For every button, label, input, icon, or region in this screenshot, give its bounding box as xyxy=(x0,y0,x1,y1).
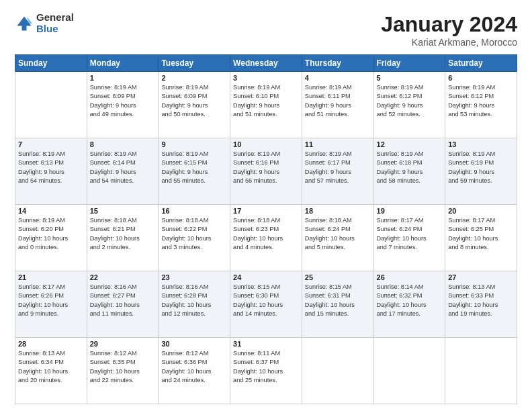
day-info: Sunrise: 8:12 AMSunset: 6:35 PMDaylight:… xyxy=(90,349,156,385)
calendar-cell: 27Sunrise: 8:13 AMSunset: 6:33 PMDayligh… xyxy=(445,271,517,338)
calendar-row-3: 14Sunrise: 8:19 AMSunset: 6:20 PMDayligh… xyxy=(15,205,517,271)
day-info: Sunrise: 8:18 AMSunset: 6:21 PMDaylight:… xyxy=(90,216,156,252)
day-number: 22 xyxy=(90,273,156,281)
calendar-cell: 31Sunrise: 8:11 AMSunset: 6:37 PMDayligh… xyxy=(230,338,302,404)
header-wednesday: Wednesday xyxy=(230,55,302,72)
day-number: 5 xyxy=(377,74,443,82)
calendar-cell: 11Sunrise: 8:19 AMSunset: 6:17 PMDayligh… xyxy=(302,138,373,205)
calendar-row-5: 28Sunrise: 8:13 AMSunset: 6:34 PMDayligh… xyxy=(15,338,517,404)
calendar-row-2: 7Sunrise: 8:19 AMSunset: 6:13 PMDaylight… xyxy=(15,138,517,205)
calendar-cell xyxy=(302,338,373,404)
header-thursday: Thursday xyxy=(302,55,373,72)
calendar-cell: 13Sunrise: 8:19 AMSunset: 6:19 PMDayligh… xyxy=(445,138,517,205)
calendar-table: Sunday Monday Tuesday Wednesday Thursday… xyxy=(15,54,517,404)
day-number: 15 xyxy=(90,207,156,215)
logo-icon xyxy=(15,14,34,33)
calendar-cell: 4Sunrise: 8:19 AMSunset: 6:11 PMDaylight… xyxy=(302,72,373,138)
day-info: Sunrise: 8:19 AMSunset: 6:19 PMDaylight:… xyxy=(448,150,514,185)
day-info: Sunrise: 8:19 AMSunset: 6:20 PMDaylight:… xyxy=(18,216,84,252)
calendar-cell xyxy=(445,338,517,404)
header: General Blue January 2024 Kariat Arkmane… xyxy=(15,12,517,48)
day-number: 3 xyxy=(233,74,299,82)
calendar-cell: 9Sunrise: 8:19 AMSunset: 6:15 PMDaylight… xyxy=(159,138,230,205)
day-info: Sunrise: 8:17 AMSunset: 6:24 PMDaylight:… xyxy=(377,216,443,252)
day-number: 27 xyxy=(448,273,514,281)
day-number: 24 xyxy=(233,273,299,281)
day-info: Sunrise: 8:13 AMSunset: 6:34 PMDaylight:… xyxy=(18,349,84,385)
day-info: Sunrise: 8:16 AMSunset: 6:27 PMDaylight:… xyxy=(90,283,156,318)
calendar-cell: 1Sunrise: 8:19 AMSunset: 6:09 PMDaylight… xyxy=(87,72,159,138)
day-info: Sunrise: 8:12 AMSunset: 6:36 PMDaylight:… xyxy=(161,349,227,385)
calendar-cell: 28Sunrise: 8:13 AMSunset: 6:34 PMDayligh… xyxy=(15,338,87,404)
day-info: Sunrise: 8:18 AMSunset: 6:22 PMDaylight:… xyxy=(161,216,227,252)
day-info: Sunrise: 8:14 AMSunset: 6:32 PMDaylight:… xyxy=(377,283,443,318)
day-info: Sunrise: 8:19 AMSunset: 6:09 PMDaylight:… xyxy=(161,83,227,119)
day-info: Sunrise: 8:19 AMSunset: 6:12 PMDaylight:… xyxy=(448,83,514,119)
day-number: 11 xyxy=(305,140,371,148)
day-info: Sunrise: 8:19 AMSunset: 6:12 PMDaylight:… xyxy=(377,83,443,119)
day-number: 6 xyxy=(448,74,514,82)
calendar-cell: 12Sunrise: 8:19 AMSunset: 6:18 PMDayligh… xyxy=(373,138,445,205)
day-number: 4 xyxy=(305,74,371,82)
calendar-cell: 7Sunrise: 8:19 AMSunset: 6:13 PMDaylight… xyxy=(15,138,87,205)
title-block: January 2024 Kariat Arkmane, Morocco xyxy=(381,12,517,48)
day-info: Sunrise: 8:11 AMSunset: 6:37 PMDaylight:… xyxy=(233,349,299,385)
day-number: 17 xyxy=(233,207,299,215)
day-info: Sunrise: 8:19 AMSunset: 6:11 PMDaylight:… xyxy=(305,83,371,119)
calendar-cell: 30Sunrise: 8:12 AMSunset: 6:36 PMDayligh… xyxy=(159,338,230,404)
calendar-cell xyxy=(15,72,87,138)
day-info: Sunrise: 8:16 AMSunset: 6:28 PMDaylight:… xyxy=(161,283,227,318)
header-tuesday: Tuesday xyxy=(159,55,230,72)
day-number: 14 xyxy=(18,207,84,215)
day-info: Sunrise: 8:18 AMSunset: 6:23 PMDaylight:… xyxy=(233,216,299,252)
day-number: 10 xyxy=(233,140,299,148)
day-number: 20 xyxy=(448,207,514,215)
day-number: 9 xyxy=(161,140,227,148)
logo-text: General Blue xyxy=(36,12,74,34)
weekday-header-row: Sunday Monday Tuesday Wednesday Thursday… xyxy=(15,55,517,72)
calendar-cell: 26Sunrise: 8:14 AMSunset: 6:32 PMDayligh… xyxy=(373,271,445,338)
day-number: 28 xyxy=(18,340,84,348)
day-number: 16 xyxy=(161,207,227,215)
calendar-cell: 14Sunrise: 8:19 AMSunset: 6:20 PMDayligh… xyxy=(15,205,87,271)
calendar-cell: 24Sunrise: 8:15 AMSunset: 6:30 PMDayligh… xyxy=(230,271,302,338)
day-number: 2 xyxy=(161,74,227,82)
calendar-cell: 23Sunrise: 8:16 AMSunset: 6:28 PMDayligh… xyxy=(159,271,230,338)
day-number: 26 xyxy=(377,273,443,281)
day-number: 19 xyxy=(377,207,443,215)
day-number: 31 xyxy=(233,340,299,348)
day-number: 21 xyxy=(18,273,84,281)
day-number: 12 xyxy=(377,140,443,148)
logo-general-text: General xyxy=(36,12,74,24)
header-sunday: Sunday xyxy=(15,55,87,72)
calendar-cell: 16Sunrise: 8:18 AMSunset: 6:22 PMDayligh… xyxy=(159,205,230,271)
day-info: Sunrise: 8:18 AMSunset: 6:24 PMDaylight:… xyxy=(305,216,371,252)
day-number: 18 xyxy=(305,207,371,215)
calendar-cell: 6Sunrise: 8:19 AMSunset: 6:12 PMDaylight… xyxy=(445,72,517,138)
day-number: 1 xyxy=(90,74,156,82)
day-number: 13 xyxy=(448,140,514,148)
calendar-cell: 10Sunrise: 8:19 AMSunset: 6:16 PMDayligh… xyxy=(230,138,302,205)
calendar-cell: 2Sunrise: 8:19 AMSunset: 6:09 PMDaylight… xyxy=(159,72,230,138)
day-info: Sunrise: 8:19 AMSunset: 6:10 PMDaylight:… xyxy=(233,83,299,119)
calendar-cell: 17Sunrise: 8:18 AMSunset: 6:23 PMDayligh… xyxy=(230,205,302,271)
day-info: Sunrise: 8:19 AMSunset: 6:09 PMDaylight:… xyxy=(90,83,156,119)
title-location: Kariat Arkmane, Morocco xyxy=(381,37,517,48)
day-number: 7 xyxy=(18,140,84,148)
day-info: Sunrise: 8:13 AMSunset: 6:33 PMDaylight:… xyxy=(448,283,514,318)
day-info: Sunrise: 8:15 AMSunset: 6:30 PMDaylight:… xyxy=(233,283,299,318)
logo: General Blue xyxy=(15,12,74,34)
day-info: Sunrise: 8:19 AMSunset: 6:15 PMDaylight:… xyxy=(161,150,227,185)
calendar-cell: 25Sunrise: 8:15 AMSunset: 6:31 PMDayligh… xyxy=(302,271,373,338)
day-info: Sunrise: 8:19 AMSunset: 6:13 PMDaylight:… xyxy=(18,150,84,185)
calendar-cell: 20Sunrise: 8:17 AMSunset: 6:25 PMDayligh… xyxy=(445,205,517,271)
header-friday: Friday xyxy=(373,55,445,72)
day-info: Sunrise: 8:19 AMSunset: 6:16 PMDaylight:… xyxy=(233,150,299,185)
day-info: Sunrise: 8:17 AMSunset: 6:25 PMDaylight:… xyxy=(448,216,514,252)
calendar-cell: 18Sunrise: 8:18 AMSunset: 6:24 PMDayligh… xyxy=(302,205,373,271)
day-number: 29 xyxy=(90,340,156,348)
calendar-cell: 3Sunrise: 8:19 AMSunset: 6:10 PMDaylight… xyxy=(230,72,302,138)
calendar-cell: 15Sunrise: 8:18 AMSunset: 6:21 PMDayligh… xyxy=(87,205,159,271)
calendar-cell: 19Sunrise: 8:17 AMSunset: 6:24 PMDayligh… xyxy=(373,205,445,271)
header-saturday: Saturday xyxy=(445,55,517,72)
